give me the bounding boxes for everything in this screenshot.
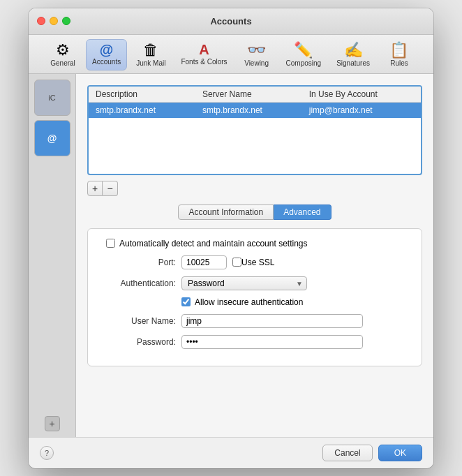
content-area: iC @ + Description Server Name In Use By… (29, 74, 433, 437)
auth-row: Authentication: Password MD5 NTLM None ▼ (99, 276, 410, 290)
col-description: Description (89, 87, 195, 103)
username-row: User Name: (99, 314, 410, 328)
fonts-label: Fonts & Colors (181, 58, 227, 66)
table-row[interactable]: smtp.brandx.net smtp.brandx.net jimp@bra… (89, 102, 421, 118)
smtp-table: Description Server Name In Use By Accoun… (89, 87, 421, 174)
junk-icon: 🗑 (143, 43, 158, 58)
viewing-icon: 👓 (247, 43, 266, 58)
toolbar-item-signatures[interactable]: ✍️ Signatures (330, 39, 376, 70)
tabs-row: Account Information Advanced (87, 204, 422, 220)
cancel-button[interactable]: Cancel (322, 445, 372, 461)
title-bar: Accounts (29, 8, 433, 35)
tab-advanced[interactable]: Advanced (274, 204, 331, 220)
auth-label: Authentication: (99, 278, 176, 288)
smtp-table-container: Description Server Name In Use By Accoun… (87, 85, 422, 175)
port-input[interactable] (181, 255, 227, 269)
auth-select-wrapper: Password MD5 NTLM None ▼ (181, 276, 307, 290)
row-server: smtp.brandx.net (195, 102, 302, 118)
settings-area: Automatically detect and maintain accoun… (87, 228, 422, 366)
sidebar-add-button[interactable]: + (45, 416, 60, 431)
username-label: User Name: (99, 316, 176, 326)
accounts-label: Accounts (92, 58, 121, 66)
close-button[interactable] (37, 17, 45, 25)
general-label: General (50, 59, 75, 67)
sidebar-item-1[interactable]: iC (34, 80, 70, 116)
help-button[interactable]: ? (40, 446, 54, 460)
rules-icon: 📋 (389, 43, 408, 58)
rules-label: Rules (390, 59, 408, 67)
auto-detect-checkbox[interactable] (106, 239, 115, 248)
col-account: In Use By Account (302, 87, 421, 103)
viewing-label: Viewing (244, 59, 269, 67)
traffic-lights (37, 17, 70, 25)
col-server: Server Name (195, 87, 302, 103)
toolbar: ⚙ General @ Accounts 🗑 Junk Mail A Fonts… (29, 35, 433, 74)
allow-insecure-checkbox[interactable] (181, 297, 191, 306)
password-label: Password: (99, 337, 176, 347)
toolbar-item-fonts[interactable]: A Fonts & Colors (174, 39, 233, 70)
use-ssl-checkbox[interactable] (232, 258, 241, 267)
remove-smtp-button[interactable]: − (103, 181, 118, 196)
sidebar-item-2[interactable]: @ (34, 120, 70, 156)
signatures-icon: ✍️ (344, 43, 363, 58)
junk-label: Junk Mail (136, 59, 165, 67)
username-input[interactable] (181, 314, 363, 328)
toolbar-item-viewing[interactable]: 👓 Viewing (237, 39, 277, 70)
composing-label: Composing (286, 59, 322, 67)
toolbar-item-accounts[interactable]: @ Accounts (86, 39, 127, 70)
use-ssl-label: Use SSL (241, 258, 274, 267)
auto-detect-label: Automatically detect and maintain accoun… (119, 239, 307, 248)
maximize-button[interactable] (62, 17, 70, 25)
ok-button[interactable]: OK (378, 445, 422, 461)
add-smtp-button[interactable]: + (87, 181, 103, 196)
auto-detect-row: Automatically detect and maintain accoun… (99, 239, 410, 248)
port-label: Port: (99, 258, 176, 267)
password-row: Password: (99, 335, 410, 349)
sidebar: iC @ + (29, 74, 76, 437)
allow-insecure-label: Allow insecure authentication (195, 297, 303, 307)
auth-select[interactable]: Password MD5 NTLM None (181, 276, 307, 290)
table-empty-space (89, 118, 421, 174)
bottom-bar: ? Cancel OK (29, 437, 433, 468)
main-window: Accounts ⚙ General @ Accounts 🗑 Junk Mai… (29, 8, 433, 468)
signatures-label: Signatures (336, 59, 370, 67)
row-account: jimp@brandx.net (302, 102, 421, 118)
accounts-icon: @ (100, 43, 114, 57)
password-input[interactable] (181, 335, 363, 349)
general-icon: ⚙ (56, 43, 70, 58)
main-panel: Description Server Name In Use By Accoun… (76, 74, 433, 437)
window-title: Accounts (210, 16, 251, 27)
toolbar-item-rules[interactable]: 📋 Rules (379, 39, 419, 70)
fonts-icon: A (199, 43, 209, 57)
toolbar-item-junk[interactable]: 🗑 Junk Mail (130, 39, 172, 70)
toolbar-item-composing[interactable]: ✏️ Composing (280, 39, 328, 70)
port-row: Port: Use SSL (99, 255, 410, 269)
minimize-button[interactable] (50, 17, 58, 25)
composing-icon: ✏️ (294, 43, 313, 58)
tab-account-information[interactable]: Account Information (178, 204, 274, 220)
allow-insecure-row: Allow insecure authentication (99, 297, 410, 307)
row-description: smtp.brandx.net (89, 102, 195, 118)
add-remove-bar: + − (87, 181, 422, 196)
toolbar-item-general[interactable]: ⚙ General (43, 39, 83, 70)
